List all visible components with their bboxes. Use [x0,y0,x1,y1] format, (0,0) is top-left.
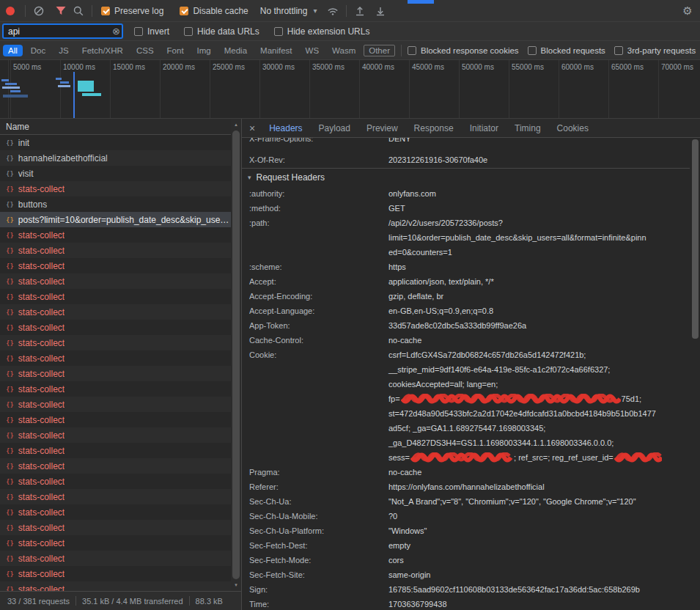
toolbar-divider [346,5,347,17]
details-tabs: HeadersPayloadPreviewResponseInitiatorTi… [261,119,597,138]
request-row[interactable]: {} stats-collect [0,581,231,591]
header-name: Accept: [249,274,388,289]
request-row[interactable]: {} stats-collect [0,350,231,366]
clear-network-log-button[interactable] [32,4,46,18]
download-icon [375,5,386,17]
request-row[interactable]: {} init [0,135,231,150]
request-name: stats-collect [18,430,65,441]
details-tab[interactable]: Preview [358,119,406,138]
disable-cache-checkbox[interactable]: Disable cache [180,6,248,16]
preserve-log-checkbox[interactable]: Preserve log [101,6,163,16]
type-filter-pill[interactable]: WS [301,45,325,56]
name-column-header[interactable]: Name [0,119,241,135]
network-toolbar: Preserve log Disable cache No throttling… [0,0,700,22]
import-har-button[interactable] [373,4,388,18]
details-tab[interactable]: Headers [261,119,310,138]
record-button[interactable] [0,4,15,18]
request-row[interactable]: {} visit [0,166,231,181]
details-tab[interactable]: Initiator [462,119,506,138]
hide-extension-urls-checkbox[interactable]: Hide extension URLs [274,26,370,37]
header-row: Accept-Encoding: gzip, deflate, br [242,289,690,304]
details-tab[interactable]: Timing [506,119,549,138]
blue-indicator [408,0,434,4]
request-row[interactable]: {} stats-collect [0,397,231,412]
network-filter-checkbox[interactable]: Blocked requests [528,46,605,55]
export-har-button[interactable] [353,4,367,18]
request-row[interactable]: {} buttons [0,196,231,212]
checkbox-icon [614,46,623,55]
scroll-up-icon[interactable]: ▴ [231,120,241,129]
request-row[interactable]: {} stats-collect [0,320,231,335]
network-filter-checkbox[interactable]: 3rd-party requests [614,46,696,55]
type-filter-pill[interactable]: Font [162,45,189,56]
request-row[interactable]: {} stats-collect [0,227,231,243]
filter-input[interactable] [3,24,122,38]
request-row[interactable]: {} hannahelizabethofficial [0,150,231,166]
clear-filter-icon[interactable]: ⊗ [112,26,120,37]
request-row[interactable]: {} stats-collect [0,181,231,196]
request-row[interactable]: {} stats-collect [0,273,231,289]
timeline-label: 45000 ms [409,63,459,71]
request-row[interactable]: {} stats-collect [0,366,231,381]
request-row[interactable]: {} stats-collect [0,458,231,474]
type-filter-pill[interactable]: Other [364,45,395,56]
network-filter-checkbox[interactable]: Blocked response cookies [408,46,519,55]
request-row[interactable]: {} posts?limit=10&order=publish_date_des… [0,212,231,227]
close-details-icon[interactable]: × [242,122,261,134]
header-name: :method: [249,201,388,216]
throttling-select[interactable]: No throttling ▾ [260,6,317,16]
waterfall-bar [60,81,69,84]
request-row[interactable]: {} stats-collect [0,412,231,427]
header-value: onlyfans.com [388,186,690,201]
invert-checkbox[interactable]: Invert [134,26,169,37]
request-row[interactable]: {} stats-collect [0,504,231,520]
request-row[interactable]: {} stats-collect [0,381,231,397]
hide-data-urls-checkbox[interactable]: Hide data URLs [184,26,259,37]
search-button[interactable] [71,4,86,18]
request-row[interactable]: {} stats-collect [0,335,231,350]
type-filter-pill[interactable]: Manifest [255,45,297,56]
request-row[interactable]: {} stats-collect [0,443,231,458]
scrollbar-thumb[interactable] [692,139,699,339]
type-filter-pill[interactable]: Fetch/XHR [77,45,128,56]
header-value: cors [388,553,690,567]
request-headers-section-toggle[interactable]: ▾ Request Headers [242,168,690,186]
scroll-down-icon[interactable]: ▾ [231,581,241,589]
requests-count: 33 / 381 requests [7,597,70,606]
request-list-scrollbar[interactable]: ▴ ▾ [231,119,241,591]
request-row[interactable]: {} stats-collect [0,289,231,304]
request-row[interactable]: {} stats-collect [0,535,231,551]
type-filter-pill[interactable]: JS [54,45,73,56]
request-row[interactable]: {} stats-collect [0,489,231,504]
request-row[interactable]: {} stats-collect [0,474,231,489]
request-name: stats-collect [18,384,65,394]
scrollbar-thumb[interactable] [232,131,240,579]
record-icon [6,7,15,15]
type-filter-pill[interactable]: Media [219,45,252,56]
request-row[interactable]: {} stats-collect [0,520,231,535]
filter-toggle-button[interactable] [54,4,68,18]
request-row[interactable]: {} stats-collect [0,427,231,443]
request-row[interactable]: {} stats-collect [0,258,231,273]
header-name: Accept-Language: [249,304,388,318]
request-row[interactable]: {} stats-collect [0,566,231,581]
type-filter-pill[interactable]: Wasm [327,45,361,56]
type-filter-pill[interactable]: Doc [26,45,51,56]
request-type-icon: {} [6,170,14,177]
details-tab[interactable]: Cookies [549,119,597,138]
type-filter-pill[interactable]: Img [192,45,216,56]
header-row: App-Token: 33d57ade8c02dbc5a333db99ff9ae… [242,318,690,333]
request-row[interactable]: {} stats-collect [0,551,231,566]
details-tab[interactable]: Response [406,119,462,138]
settings-gear-icon[interactable]: ⚙ [679,3,696,19]
filter-checkbox-label: 3rd-party requests [627,46,696,55]
header-name: Time: [249,597,388,610]
request-row[interactable]: {} stats-collect [0,304,231,320]
details-tab[interactable]: Payload [311,119,358,138]
timeline-overview[interactable]: 5000 ms10000 ms15000 ms20000 ms25000 ms3… [0,60,700,119]
details-scrollbar[interactable] [690,138,700,610]
type-filter-pill[interactable]: All [3,45,23,56]
type-filter-pill[interactable]: CSS [131,45,159,56]
request-row[interactable]: {} stats-collect [0,243,231,258]
network-conditions-button[interactable] [325,4,340,18]
